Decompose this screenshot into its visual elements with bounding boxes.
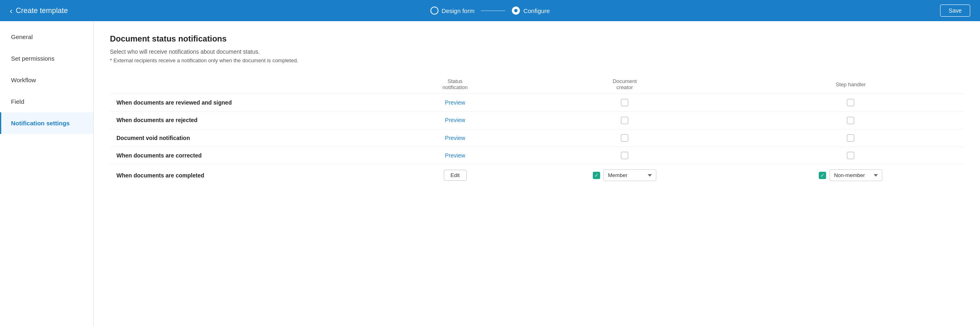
handler-checkbox-reviewed[interactable] [847,99,854,106]
col-header-handler: Step handler [738,75,964,94]
preview-link-corrected[interactable]: Preview [445,152,465,159]
step-wizard: Design form Configure [430,7,550,15]
col-status-reviewed: Preview [399,94,512,112]
sidebar-item-general[interactable]: General [0,26,93,48]
col-header-status: Status notification [399,75,512,94]
row-label-completed: When documents are completed [110,164,399,186]
row-label-reviewed-signed: When documents are reviewed and signed [110,94,399,112]
page-note: * External recipients receive a notifica… [110,57,964,63]
table-row: Document void notification Preview [110,129,964,147]
step1-circle [430,7,438,15]
step-configure[interactable]: Configure [512,7,550,15]
handler-checkbox-void[interactable] [847,134,854,142]
notifications-table: Status notification Document creator Ste… [110,75,964,186]
sidebar-item-set-permissions[interactable]: Set permissions [0,48,93,69]
col-creator-corrected [512,147,738,164]
page-description: Select who will receive notifications ab… [110,48,964,55]
preview-link-void[interactable]: Preview [445,135,465,141]
creator-controls-completed: ✓ Member Non-member All [518,169,731,181]
step1-label: Design form [442,7,475,14]
handler-checkbox-completed[interactable]: ✓ [819,172,826,179]
handler-controls-completed: ✓ Non-member Member All [744,169,957,181]
save-button[interactable]: Save [940,4,970,17]
col-status-rejected: Preview [399,112,512,129]
header-title: Create template [16,7,68,15]
creator-dropdown-completed[interactable]: Member Non-member All [603,169,656,181]
edit-button-completed[interactable]: Edit [444,170,467,181]
table-row: When documents are corrected Preview [110,147,964,164]
app-layout: General Set permissions Workflow Field N… [0,21,980,326]
col-handler-reviewed [738,94,964,112]
back-arrow-icon: ‹ [10,6,13,15]
col-header-event [110,75,399,94]
table-row: When documents are reviewed and signed P… [110,94,964,112]
col-status-void: Preview [399,129,512,147]
preview-link-reviewed[interactable]: Preview [445,99,465,106]
main-content: Document status notifications Select who… [94,21,980,326]
col-creator-reviewed [512,94,738,112]
col-handler-corrected [738,147,964,164]
col-status-corrected: Preview [399,147,512,164]
creator-checkbox-reviewed[interactable] [621,99,628,106]
step-divider [481,11,505,11]
table-row: When documents are completed Edit ✓ Memb… [110,164,964,186]
step2-label: Configure [523,7,550,14]
step-design-form[interactable]: Design form [430,7,475,15]
col-creator-completed: ✓ Member Non-member All [512,164,738,186]
handler-checkbox-corrected[interactable] [847,152,854,159]
col-status-completed: Edit [399,164,512,186]
col-creator-void [512,129,738,147]
col-creator-rejected [512,112,738,129]
page-title: Document status notifications [110,34,964,44]
creator-checkbox-completed[interactable]: ✓ [593,172,600,179]
app-header: ‹ Create template Design form Configure … [0,0,980,21]
back-button[interactable]: ‹ Create template [10,6,68,15]
handler-checkbox-rejected[interactable] [847,117,854,124]
creator-checkbox-corrected[interactable] [621,152,628,159]
sidebar-item-field[interactable]: Field [0,91,93,112]
row-label-void: Document void notification [110,129,399,147]
sidebar-item-workflow[interactable]: Workflow [0,69,93,91]
row-label-corrected: When documents are corrected [110,147,399,164]
sidebar: General Set permissions Workflow Field N… [0,21,94,326]
table-row: When documents are rejected Preview [110,112,964,129]
col-handler-completed: ✓ Non-member Member All [738,164,964,186]
handler-dropdown-completed[interactable]: Non-member Member All [829,169,882,181]
table-header-row: Status notification Document creator Ste… [110,75,964,94]
creator-checkbox-void[interactable] [621,134,628,142]
col-handler-rejected [738,112,964,129]
col-header-creator: Document creator [512,75,738,94]
col-handler-void [738,129,964,147]
sidebar-item-notification-settings[interactable]: Notification settings [0,112,93,134]
creator-checkbox-rejected[interactable] [621,117,628,124]
row-label-rejected: When documents are rejected [110,112,399,129]
step2-circle [512,7,520,15]
preview-link-rejected[interactable]: Preview [445,117,465,123]
